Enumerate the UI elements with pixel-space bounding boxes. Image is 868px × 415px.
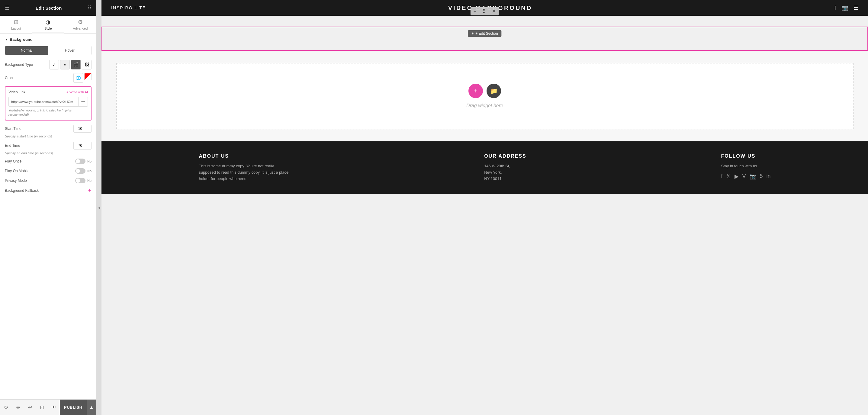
- play-once-toggle[interactable]: No: [75, 159, 92, 164]
- add-widget-buttons: + 📁: [468, 84, 501, 98]
- write-ai-button[interactable]: ✦ Write with AI: [66, 90, 88, 94]
- footer-vimeo-icon[interactable]: V: [742, 173, 746, 180]
- tab-advanced[interactable]: ⚙ Advanced: [64, 16, 96, 33]
- drag-hint: Drag widget here: [466, 103, 503, 108]
- color-swatch[interactable]: [84, 73, 92, 81]
- advanced-icon: ⚙: [78, 19, 83, 25]
- background-type-label: Background Type: [5, 63, 49, 67]
- footer-500px-icon[interactable]: 5: [760, 173, 763, 180]
- video-link-input[interactable]: [9, 98, 78, 105]
- background-fallback-row: Background Fallback ✦: [5, 188, 92, 193]
- video-link-input-row: ☰: [8, 97, 88, 107]
- layers-icon[interactable]: ⊕: [12, 400, 24, 415]
- footer-about-text: This is some dummy copy. You're not real…: [199, 163, 289, 182]
- empty-section-wrapper: + 📁 Drag widget here: [101, 51, 868, 141]
- footer-youtube-icon[interactable]: ▶: [735, 173, 739, 180]
- hamburger-icon[interactable]: ☰: [5, 4, 10, 11]
- privacy-mode-row: Privacy Mode No: [5, 178, 92, 183]
- hover-tab[interactable]: Hover: [48, 46, 92, 55]
- plus-icon: +: [471, 31, 473, 36]
- video-link-options-icon[interactable]: ☰: [78, 97, 88, 106]
- publish-button[interactable]: PUBLISH: [60, 400, 87, 415]
- panel-footer: ⚙ ⊕ ↩ ⊡ 👁 PUBLISH ▲: [0, 399, 96, 415]
- footer-twitter-icon[interactable]: 𝕏: [726, 173, 731, 180]
- tab-style[interactable]: ◑ Style: [32, 16, 64, 33]
- privacy-mode-switch-label: No: [87, 179, 92, 183]
- start-time-row: Start Time: [5, 125, 92, 133]
- video-link-label: Video Link: [8, 90, 25, 94]
- start-time-hint: Specify a start time (in seconds): [5, 134, 92, 138]
- history-icon[interactable]: ↩: [24, 400, 36, 415]
- start-time-label: Start Time: [5, 127, 73, 131]
- footer-about-title: ABOUT US: [199, 153, 289, 159]
- footer-follow-title: FOLLOW US: [721, 153, 771, 159]
- background-fallback-label: Background Fallback: [5, 189, 88, 193]
- publish-chevron-icon[interactable]: ▲: [87, 400, 96, 415]
- panel-title: Edit Section: [36, 5, 62, 10]
- menu-icon[interactable]: ☰: [854, 4, 858, 11]
- panel-header: ☰ Edit Section ⠿: [0, 0, 96, 16]
- settings-icon[interactable]: ⚙: [0, 400, 12, 415]
- bg-type-none-btn[interactable]: ✓: [49, 60, 59, 69]
- site-nav-icons: f 📷 ☰: [835, 4, 858, 11]
- privacy-mode-toggle[interactable]: No: [75, 178, 92, 183]
- footer-address: OUR ADDRESS 146 W 29th St, New York, NY …: [484, 153, 526, 182]
- section-toolbar: + ⠿ ✕: [470, 7, 499, 15]
- bg-type-video-btn[interactable]: 🎬: [71, 60, 81, 69]
- play-on-mobile-switch-label: No: [87, 169, 92, 173]
- panel-content: ▼ Background Normal Hover Background Typ…: [0, 34, 96, 399]
- background-section-heading[interactable]: ▼ Background: [5, 37, 92, 42]
- edit-section-label[interactable]: + + Edit Section: [468, 30, 501, 37]
- video-link-box: Video Link ✦ Write with AI ☰ YouTube/Vim…: [5, 86, 92, 121]
- play-once-switch[interactable]: [75, 159, 86, 164]
- normal-tab[interactable]: Normal: [5, 46, 48, 55]
- global-color-btn[interactable]: 🌐: [73, 73, 83, 83]
- layout-icon: ⊞: [14, 19, 19, 25]
- play-once-label: Play Once: [5, 159, 75, 163]
- drag-section-btn[interactable]: ⠿: [479, 7, 489, 15]
- footer-address-lines: 146 W 29th St, New York, NY 10011: [484, 163, 526, 182]
- add-widget-button[interactable]: +: [468, 84, 483, 98]
- main-area: INSPIRO LITE VIDEO BACKGROUND f 📷 ☰ + ⠿ …: [101, 0, 868, 415]
- collapse-arrow-icon: ▼: [5, 38, 8, 41]
- add-section-btn[interactable]: +: [470, 7, 479, 15]
- grid-icon[interactable]: ⠿: [88, 4, 92, 11]
- background-fallback-icon[interactable]: ✦: [88, 188, 92, 193]
- selected-section-wrapper: + ⠿ ✕ + + Edit Section: [101, 16, 868, 51]
- end-time-hint: Specify an end time (in seconds): [5, 151, 92, 155]
- footer-facebook-icon[interactable]: f: [721, 173, 723, 180]
- color-row: Color 🌐: [5, 73, 92, 83]
- footer-address-title: OUR ADDRESS: [484, 153, 526, 159]
- end-time-input[interactable]: [73, 142, 92, 150]
- tab-layout[interactable]: ⊞ Layout: [0, 16, 32, 33]
- site-logo: INSPIRO LITE: [111, 5, 146, 10]
- bg-type-color-btn[interactable]: ▪: [60, 60, 70, 69]
- eye-icon[interactable]: 👁: [48, 400, 60, 415]
- privacy-mode-switch[interactable]: [75, 178, 86, 183]
- footer-follow: FOLLOW US Stay in touch with us f 𝕏 ▶ V …: [721, 153, 771, 182]
- video-link-hint: YouTube/Vimeo link, or link to video fil…: [8, 108, 88, 117]
- collapse-handle[interactable]: ◀: [97, 0, 101, 415]
- footer-address-line3: NY 10011: [484, 176, 526, 182]
- play-on-mobile-toggle[interactable]: No: [75, 168, 92, 174]
- instagram-icon[interactable]: 📷: [841, 4, 848, 11]
- selected-section: + + Edit Section: [101, 27, 868, 51]
- delete-section-btn[interactable]: ✕: [489, 7, 499, 15]
- bg-type-image-btn[interactable]: 🖼: [82, 60, 92, 69]
- folder-button[interactable]: 📁: [487, 84, 501, 98]
- style-icon: ◑: [45, 19, 51, 25]
- play-once-row: Play Once No: [5, 159, 92, 164]
- preview-icon[interactable]: ⊡: [36, 400, 48, 415]
- background-type-row: Background Type ✓ ▪ 🎬 🖼: [5, 60, 92, 69]
- video-link-header: Video Link ✦ Write with AI: [8, 90, 88, 94]
- footer-social-icons: f 𝕏 ▶ V 📷 5 in: [721, 173, 771, 180]
- start-time-input[interactable]: [73, 125, 92, 133]
- play-on-mobile-switch[interactable]: [75, 168, 86, 174]
- play-once-switch-label: No: [87, 159, 92, 163]
- footer-linkedin-icon[interactable]: in: [767, 173, 771, 180]
- facebook-icon[interactable]: f: [835, 5, 836, 11]
- footer-instagram-icon[interactable]: 📷: [750, 173, 756, 180]
- empty-section: + 📁 Drag widget here: [116, 63, 854, 129]
- normal-hover-toggle: Normal Hover: [5, 46, 92, 55]
- color-label: Color: [5, 76, 73, 80]
